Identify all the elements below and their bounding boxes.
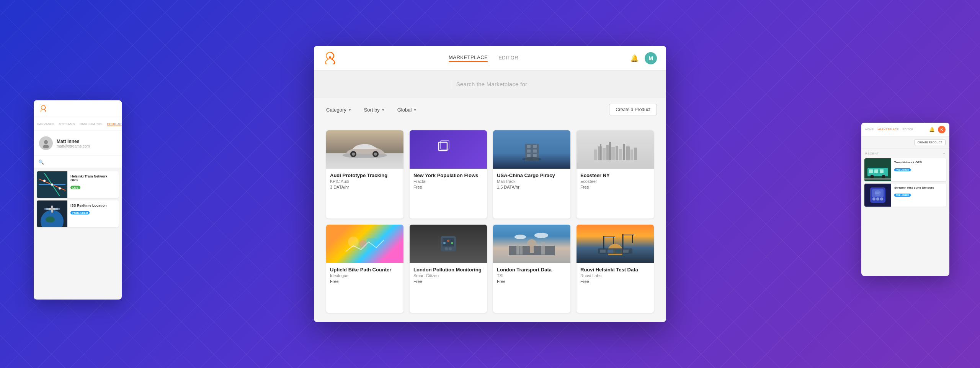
right-card-title-sensors: Streamr Test Suite Sensors	[894, 186, 943, 189]
cards-grid: Audi Prototype Tracking KPIC Audi 3 DATA…	[314, 121, 666, 322]
card-ny-flows[interactable]: New York Population Flows Fractal Free	[410, 130, 487, 219]
right-header-icons: 🔔 K	[929, 126, 946, 133]
left-card-tram[interactable]: Helsinki Tram Network GPS LIVE	[37, 171, 119, 198]
card-ruuvi[interactable]: Ruuvi Helsinki Test Data Ruuvi Labs Free	[577, 225, 654, 313]
svg-rect-21	[609, 142, 611, 160]
svg-point-60	[43, 145, 49, 148]
left-user-info: Matt Innes matt@streams.com	[57, 138, 90, 148]
card-price-upfield: Free	[330, 279, 400, 284]
search-divider	[453, 80, 453, 89]
global-filter[interactable]: Global ▼	[394, 105, 420, 115]
right-card-badge-tram: PUBLISHED	[894, 168, 911, 171]
right-bell-icon[interactable]: 🔔	[929, 127, 935, 132]
left-card-image-iss	[37, 200, 67, 227]
svg-point-81	[882, 175, 885, 179]
right-cards: Tram Network GPS PUBLISHED	[861, 157, 949, 208]
left-card-iss[interactable]: ISS Realtime Location PUBLISHED	[37, 200, 119, 227]
card-cargo[interactable]: USA-China Cargo Piracy MariTrack 1.5 DAT…	[493, 130, 570, 219]
svg-point-87	[872, 197, 875, 200]
left-avatar	[39, 136, 53, 150]
global-label: Global	[397, 107, 412, 113]
create-product-button[interactable]: Create a Product	[609, 104, 657, 115]
svg-point-88	[876, 197, 879, 200]
right-card-badge-sensors: PUBLISHED	[894, 194, 911, 197]
left-search[interactable]: 🔍	[34, 156, 122, 168]
svg-rect-26	[626, 146, 630, 160]
right-create-button[interactable]: CREATE PRODUCT	[914, 140, 946, 145]
svg-point-34	[445, 247, 448, 250]
left-header	[34, 100, 122, 117]
card-price-ny-flows: Free	[413, 185, 483, 189]
right-avatar[interactable]: K	[938, 126, 946, 133]
card-price-pollution: Free	[413, 279, 483, 284]
card-subtitle-cargo: MariTrack	[497, 179, 567, 184]
left-search-icon: 🔍	[38, 159, 44, 164]
card-london-transport[interactable]: London Transport Data TSL Free	[493, 225, 570, 313]
card-title-ruuvi: Ruuvi Helsinki Test Data	[580, 267, 650, 273]
card-title-upfield: Upfield Bike Path Counter	[330, 267, 400, 273]
left-nav-products[interactable]: PRODUCTS	[107, 122, 122, 126]
right-nav-home[interactable]: HOME	[865, 128, 874, 131]
card-meta-cargo: 1.5 DATA/hr	[497, 185, 567, 189]
left-card-title-iss: ISS Realtime Location	[70, 204, 116, 207]
svg-rect-12	[533, 150, 537, 153]
left-nav-canvases[interactable]: CANVASES	[37, 122, 54, 126]
left-card-badge-tram: LIVE	[70, 186, 80, 189]
svg-point-46	[534, 233, 548, 238]
svg-rect-56	[608, 250, 613, 253]
left-cards: Helsinki Tram Network GPS LIVE	[34, 168, 122, 230]
svg-rect-25	[623, 144, 625, 160]
sort-filter[interactable]: Sort by ▼	[361, 105, 388, 115]
svg-rect-24	[619, 149, 622, 160]
search-container: Search the Marketplace for	[453, 80, 527, 89]
svg-rect-14	[533, 154, 537, 157]
right-card-info-sensors: Streamr Test Suite Sensors PUBLISHED	[891, 184, 946, 207]
bell-icon[interactable]: 🔔	[630, 54, 639, 62]
user-avatar[interactable]: M	[645, 52, 657, 64]
card-image-ruuvi	[577, 225, 654, 263]
card-price-ecosteer: Free	[580, 185, 650, 189]
right-section-chevron: ▼	[943, 152, 946, 155]
svg-rect-23	[616, 146, 618, 160]
card-subtitle-ecosteer: Ecosteer	[580, 179, 650, 184]
card-title-ecosteer: Ecosteer NY	[580, 172, 650, 178]
card-title-pollution: London Pollution Monitoring	[413, 267, 483, 273]
logo[interactable]	[323, 51, 337, 66]
right-card-sensors[interactable]: Streamr Test Suite Sensors PUBLISHED	[864, 184, 946, 207]
right-card-image-sensors	[864, 184, 891, 207]
card-info-upfield: Upfield Bike Path Counter Idealogue Free	[326, 263, 403, 288]
right-nav-marketplace[interactable]: MARKETPLACE	[877, 128, 898, 131]
card-subtitle-pollution: Smart Citizen	[413, 273, 483, 278]
svg-point-15	[522, 157, 541, 161]
left-nav-streams[interactable]: STREAMS	[59, 122, 75, 126]
header-nav: MARKETPLACE EDITOR	[449, 54, 518, 62]
nav-editor[interactable]: EDITOR	[498, 55, 518, 61]
sort-chevron: ▼	[381, 108, 385, 112]
card-subtitle-ruuvi: Ruuvi Labs	[580, 273, 650, 278]
svg-point-65	[43, 180, 46, 182]
right-card-info-tram: Tram Network GPS PUBLISHED	[891, 158, 946, 181]
card-audi[interactable]: Audi Prototype Tracking KPIC Audi 3 DATA…	[326, 130, 403, 219]
card-info-ruuvi: Ruuvi Helsinki Test Data Ruuvi Labs Free	[577, 263, 654, 288]
card-info-cargo: USA-China Cargo Piracy MariTrack 1.5 DAT…	[493, 169, 570, 194]
card-ecosteer[interactable]: Ecosteer NY Ecosteer Free	[577, 130, 654, 219]
card-pollution[interactable]: London Pollution Monitoring Smart Citize…	[410, 225, 487, 313]
svg-rect-72	[51, 206, 53, 213]
card-image-ny-flows	[410, 130, 487, 169]
category-filter[interactable]: Category ▼	[323, 105, 355, 115]
card-title-cargo: USA-China Cargo Piracy	[497, 172, 567, 178]
svg-rect-43	[541, 242, 545, 255]
left-card-image-tram	[37, 171, 67, 198]
svg-rect-77	[869, 169, 873, 173]
card-upfield[interactable]: Upfield Bike Path Counter Idealogue Free	[326, 225, 403, 313]
right-card-tram[interactable]: Tram Network GPS PUBLISHED	[864, 158, 946, 181]
search-placeholder[interactable]: Search the Marketplace for	[456, 81, 527, 87]
left-nav-dashboards[interactable]: DASHBOARDS	[80, 122, 103, 126]
left-card-badge-iss: PUBLISHED	[70, 211, 90, 215]
right-section-title: RECENT	[865, 152, 879, 155]
nav-marketplace[interactable]: MARKETPLACE	[449, 54, 488, 62]
svg-rect-41	[530, 245, 534, 253]
category-chevron: ▼	[348, 108, 352, 112]
left-card-info-iss: ISS Realtime Location PUBLISHED	[67, 200, 119, 227]
right-nav-editor[interactable]: EDITOR	[903, 128, 913, 131]
